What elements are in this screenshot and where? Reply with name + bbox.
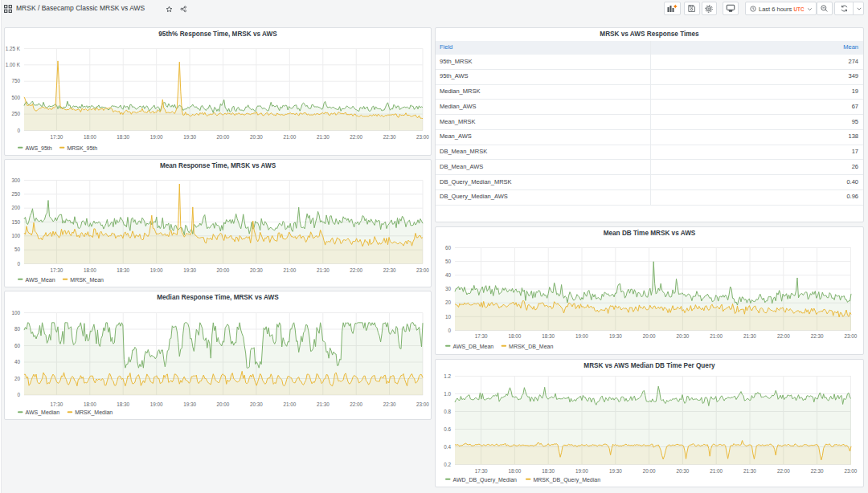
svg-text:0: 0 (17, 128, 20, 133)
svg-text:22:30: 22:30 (383, 134, 396, 140)
svg-text:1.2: 1.2 (444, 373, 451, 379)
svg-text:AWS_95th: AWS_95th (26, 145, 52, 152)
svg-text:0.4: 0.4 (444, 444, 451, 450)
svg-text:MRSK_Median: MRSK_Median (75, 409, 113, 416)
svg-text:19:00: 19:00 (150, 401, 163, 407)
svg-text:23:00: 23:00 (845, 333, 858, 339)
svg-text:17:30: 17:30 (475, 333, 488, 339)
svg-text:20:30: 20:30 (250, 267, 263, 273)
svg-text:22:00: 22:00 (350, 267, 362, 273)
svg-text:21:30: 21:30 (317, 134, 330, 140)
svg-text:20: 20 (445, 299, 452, 305)
svg-text:19:30: 19:30 (609, 468, 622, 474)
svg-text:20: 20 (14, 376, 21, 381)
svg-text:300: 300 (11, 177, 20, 183)
svg-text:22:00: 22:00 (777, 468, 790, 474)
svg-text:21:30: 21:30 (317, 267, 330, 273)
svg-text:18:00: 18:00 (84, 401, 96, 407)
svg-text:21:00: 21:00 (283, 267, 296, 273)
svg-text:0: 0 (448, 328, 451, 333)
svg-text:MRSK_95th: MRSK_95th (67, 145, 97, 152)
svg-text:17:30: 17:30 (475, 468, 488, 474)
svg-text:20:30: 20:30 (250, 401, 263, 407)
svg-text:60: 60 (14, 343, 21, 348)
svg-text:23:00: 23:00 (416, 134, 429, 140)
svg-text:18:30: 18:30 (117, 134, 129, 140)
svg-text:18:00: 18:00 (509, 333, 522, 339)
svg-text:200: 200 (11, 205, 20, 210)
svg-text:1.00 K: 1.00 K (6, 62, 21, 67)
svg-text:18:30: 18:30 (117, 401, 129, 407)
svg-text:17:30: 17:30 (51, 134, 63, 140)
svg-text:MRSK_Mean: MRSK_Mean (70, 277, 104, 283)
svg-text:19:30: 19:30 (609, 333, 622, 339)
svg-text:18:00: 18:00 (509, 468, 522, 474)
svg-text:0: 0 (17, 261, 20, 267)
svg-text:18:30: 18:30 (542, 333, 555, 339)
svg-text:30: 30 (445, 286, 452, 291)
svg-text:23:00: 23:00 (845, 468, 858, 474)
svg-text:100: 100 (11, 310, 20, 316)
svg-text:21:30: 21:30 (743, 468, 756, 474)
svg-text:22:30: 22:30 (811, 468, 824, 474)
svg-text:MRSK_DB_Mean: MRSK_DB_Mean (509, 344, 553, 350)
svg-text:21:00: 21:00 (710, 333, 723, 339)
svg-text:1.0: 1.0 (444, 391, 451, 397)
svg-text:20:00: 20:00 (643, 468, 656, 474)
svg-text:20:30: 20:30 (677, 468, 690, 474)
svg-text:20:00: 20:00 (643, 333, 656, 339)
svg-text:19:30: 19:30 (183, 267, 196, 273)
svg-text:AWD_DB_Query_Median: AWD_DB_Query_Median (453, 477, 518, 483)
svg-text:22:00: 22:00 (350, 401, 362, 407)
svg-text:750: 750 (11, 78, 20, 84)
svg-text:22:00: 22:00 (777, 333, 790, 339)
svg-text:19:30: 19:30 (183, 134, 196, 140)
svg-text:40: 40 (14, 359, 21, 365)
svg-text:500: 500 (11, 95, 20, 100)
svg-text:19:00: 19:00 (575, 333, 588, 339)
svg-text:100: 100 (11, 233, 20, 238)
svg-text:250: 250 (11, 111, 20, 116)
svg-text:MRSK_DB_Query_Median: MRSK_DB_Query_Median (533, 477, 600, 483)
svg-text:AWS_Mean: AWS_Mean (26, 277, 55, 283)
svg-text:19:00: 19:00 (575, 468, 588, 474)
svg-text:19:00: 19:00 (150, 134, 163, 140)
svg-text:21:30: 21:30 (317, 401, 330, 407)
svg-text:150: 150 (11, 219, 20, 225)
svg-text:AWS_DB_Mean: AWS_DB_Mean (453, 344, 494, 350)
svg-text:80: 80 (14, 326, 21, 332)
svg-text:40: 40 (445, 272, 452, 278)
svg-text:0.6: 0.6 (444, 426, 451, 432)
svg-text:18:30: 18:30 (542, 468, 555, 474)
svg-text:22:00: 22:00 (350, 134, 362, 140)
svg-text:21:00: 21:00 (710, 468, 723, 474)
svg-text:21:00: 21:00 (283, 134, 296, 140)
svg-text:22:30: 22:30 (383, 401, 396, 407)
svg-text:17:30: 17:30 (51, 401, 63, 407)
svg-text:10: 10 (445, 314, 452, 320)
svg-text:23:00: 23:00 (416, 401, 429, 407)
svg-text:20:00: 20:00 (217, 134, 230, 140)
svg-text:50: 50 (14, 246, 21, 252)
svg-text:0: 0 (17, 392, 20, 397)
svg-text:19:30: 19:30 (183, 401, 196, 407)
svg-text:21:00: 21:00 (283, 401, 296, 407)
svg-text:19:00: 19:00 (150, 267, 163, 273)
svg-text:21:30: 21:30 (743, 333, 756, 339)
svg-text:20:00: 20:00 (217, 401, 230, 407)
svg-text:18:30: 18:30 (117, 267, 129, 273)
svg-text:1.25 K: 1.25 K (6, 46, 21, 51)
svg-text:22:30: 22:30 (383, 267, 396, 273)
svg-text:23:00: 23:00 (416, 267, 429, 273)
svg-text:0.2: 0.2 (444, 462, 451, 467)
svg-text:18:00: 18:00 (84, 134, 96, 140)
svg-text:250: 250 (11, 191, 20, 197)
svg-text:20:00: 20:00 (217, 267, 230, 273)
svg-text:50: 50 (445, 259, 452, 264)
svg-text:18:00: 18:00 (84, 267, 96, 273)
svg-text:22:30: 22:30 (811, 333, 824, 339)
svg-text:AWS_Median: AWS_Median (26, 409, 60, 416)
svg-text:60: 60 (445, 245, 452, 251)
svg-text:20:30: 20:30 (677, 333, 690, 339)
svg-text:17:30: 17:30 (51, 267, 63, 273)
